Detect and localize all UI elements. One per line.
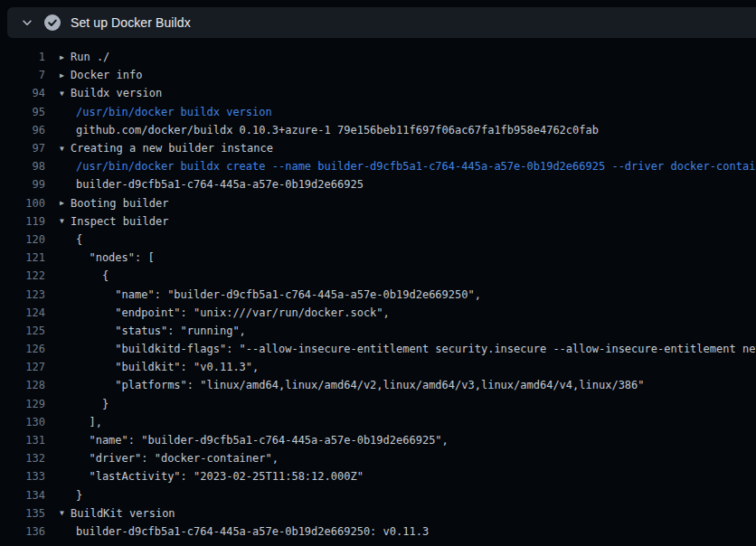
line-number[interactable]: 95	[0, 106, 45, 118]
log-line-text: Creating a new builder instance	[71, 142, 273, 155]
log-line-text: }	[76, 489, 82, 502]
line-number[interactable]: 129	[0, 398, 45, 410]
log-line-text: BuildKit version	[71, 507, 175, 520]
line-number[interactable]: 7	[0, 69, 45, 81]
line-number[interactable]: 94	[0, 87, 45, 99]
line-number[interactable]: 135	[0, 507, 45, 520]
log-line: 124 "endpoint": "unix:///var/run/docker.…	[0, 304, 756, 322]
chevron-down-icon[interactable]	[16, 12, 38, 33]
log-line-text: Buildx version	[71, 87, 162, 99]
log-line-text: Booting builder	[71, 197, 168, 210]
check-circle-icon	[43, 14, 61, 32]
line-number[interactable]: 131	[0, 434, 45, 447]
log-group-line[interactable]: 100 ▶ Booting builder	[0, 194, 756, 212]
line-number[interactable]: 1	[0, 51, 45, 63]
log-line: 136 builder-d9cfb5a1-c764-445a-a57e-0b19…	[0, 522, 756, 541]
step-title: Set up Docker Buildx	[71, 15, 191, 30]
log-lines: 1 ▶ Run ./ 7 ▶ Docker info 94 ▼ Buildx v…	[0, 38, 756, 541]
log-line: 99 builder-d9cfb5a1-c764-445a-a57e-0b19d…	[0, 175, 756, 193]
log-line: 131 "name": "builder-d9cfb5a1-c764-445a-…	[0, 431, 756, 449]
log-group-line[interactable]: 135 ▼ BuildKit version	[0, 504, 756, 522]
line-number[interactable]: 132	[0, 452, 45, 465]
log-line: 125 "status": "running",	[0, 322, 756, 340]
line-number[interactable]: 97	[0, 142, 45, 155]
line-number[interactable]: 119	[0, 215, 45, 228]
log-line: 129 }	[0, 395, 756, 413]
log-line-text: "status": "running",	[76, 325, 246, 337]
line-number[interactable]: 123	[0, 288, 45, 301]
log-line-text: "nodes": [	[76, 251, 155, 264]
log-line-text: Run ./	[71, 51, 109, 63]
log-line: 126 "buildkitd-flags": "--allow-insecure…	[0, 340, 756, 358]
group-arrow-icon: ▼	[60, 217, 71, 225]
group-arrow-icon: ▼	[60, 89, 71, 98]
log-line-text: "buildkitd-flags": "--allow-insecure-ent…	[76, 343, 756, 355]
group-arrow-icon: ▶	[60, 199, 71, 207]
log-line-text: {	[76, 233, 82, 246]
group-arrow-icon: ▶	[60, 53, 71, 61]
log-line: 98 /usr/bin/docker buildx create --name …	[0, 157, 756, 175]
line-number[interactable]: 130	[0, 416, 45, 428]
log-line-text: {	[76, 269, 109, 282]
log-line-text: ],	[76, 416, 102, 428]
line-number[interactable]: 122	[0, 269, 45, 282]
log-line-text: Inspect builder	[71, 215, 168, 228]
line-number[interactable]: 96	[0, 124, 45, 136]
log-line-text: builder-d9cfb5a1-c764-445a-a57e-0b19d2e6…	[76, 178, 364, 191]
log-group-line[interactable]: 119 ▼ Inspect builder	[0, 212, 756, 231]
log-line-text: Docker info	[71, 69, 142, 81]
log-line-text: "platforms": "linux/amd64,linux/amd64/v2…	[76, 379, 645, 391]
log-line: 96 github.com/docker/buildx 0.10.3+azure…	[0, 121, 756, 139]
log-line: 120 {	[0, 231, 756, 249]
line-number[interactable]: 128	[0, 379, 45, 391]
log-line-text: "buildkit": "v0.11.3",	[76, 361, 259, 373]
line-number[interactable]: 124	[0, 306, 45, 319]
log-line: 134 }	[0, 486, 756, 504]
log-line: 122 {	[0, 267, 756, 285]
log-line: 95 /usr/bin/docker buildx version	[0, 103, 756, 121]
line-number[interactable]: 127	[0, 361, 45, 373]
log-line-text: "name": "builder-d9cfb5a1-c764-445a-a57e…	[76, 288, 481, 301]
log-line-text: /usr/bin/docker buildx create --name bui…	[76, 160, 756, 173]
log-line: 121 "nodes": [	[0, 249, 756, 267]
group-arrow-icon: ▼	[60, 509, 71, 517]
log-line-text: /usr/bin/docker buildx version	[76, 106, 272, 118]
line-number[interactable]: 100	[0, 197, 45, 210]
log-line: 128 "platforms": "linux/amd64,linux/amd6…	[0, 376, 756, 394]
group-arrow-icon: ▼	[60, 145, 71, 153]
log-line: 127 "buildkit": "v0.11.3",	[0, 358, 756, 376]
group-arrow-icon: ▶	[60, 71, 71, 80]
log-line: 133 "lastActivity": "2023-02-25T11:58:12…	[0, 467, 756, 485]
log-line-text: github.com/docker/buildx 0.10.3+azure-1 …	[76, 124, 599, 136]
log-group-line[interactable]: 7 ▶ Docker info	[0, 66, 756, 84]
line-number[interactable]: 136	[0, 525, 45, 538]
log-line-text: "driver": "docker-container",	[76, 452, 279, 465]
step-header[interactable]: Set up Docker Buildx	[7, 7, 756, 38]
line-number[interactable]: 133	[0, 470, 45, 483]
log-line-text: builder-d9cfb5a1-c764-445a-a57e-0b19d2e6…	[76, 525, 429, 538]
log-line-text: "name": "builder-d9cfb5a1-c764-445a-a57e…	[76, 434, 449, 447]
log-line-text: }	[76, 398, 109, 410]
log-line: 132 "driver": "docker-container",	[0, 449, 756, 467]
log-group-line[interactable]: 1 ▶ Run ./	[0, 48, 756, 66]
line-number[interactable]: 125	[0, 325, 45, 337]
line-number[interactable]: 99	[0, 178, 45, 191]
line-number[interactable]: 126	[0, 343, 45, 355]
log-group-line[interactable]: 94 ▼ Buildx version	[0, 84, 756, 102]
line-number[interactable]: 98	[0, 160, 45, 173]
line-number[interactable]: 120	[0, 233, 45, 246]
log-line-text: "lastActivity": "2023-02-25T11:58:12.000…	[76, 470, 364, 483]
log-line: 123 "name": "builder-d9cfb5a1-c764-445a-…	[0, 285, 756, 303]
line-number[interactable]: 121	[0, 251, 45, 264]
log-group-line[interactable]: 97 ▼ Creating a new builder instance	[0, 139, 756, 157]
log-line: 130 ],	[0, 413, 756, 431]
line-number[interactable]: 134	[0, 489, 45, 502]
log-line-text: "endpoint": "unix:///var/run/docker.sock…	[76, 306, 390, 319]
